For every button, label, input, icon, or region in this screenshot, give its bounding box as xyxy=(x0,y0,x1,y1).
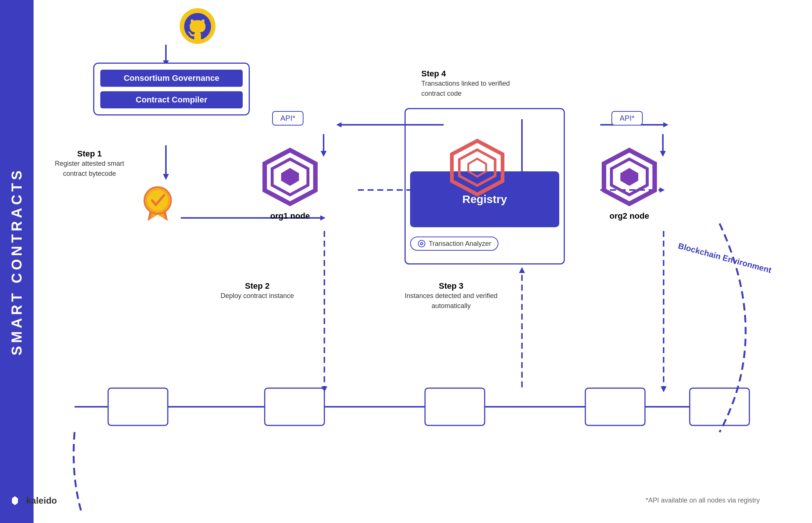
org1-label: org1 node xyxy=(256,211,324,221)
svg-rect-29 xyxy=(585,388,645,425)
svg-marker-9 xyxy=(336,122,342,127)
tx-analyzer-label: Transaction Analyzer xyxy=(429,240,491,248)
org2-node: org2 node xyxy=(596,147,663,221)
svg-marker-20 xyxy=(321,386,327,392)
blockchain-env-label: Blockchain Environment xyxy=(677,241,772,275)
footer-note: *API available on all nodes via registry xyxy=(646,497,760,504)
svg-marker-50 xyxy=(620,168,638,186)
kaleido-logo: kaleido xyxy=(7,493,57,508)
api-box-org2: API* xyxy=(611,111,643,126)
step2-label: Step 2 Deploy contract instance xyxy=(213,281,302,301)
step1-label: Step 1 Register attested smart contract … xyxy=(48,149,130,179)
consortium-box: Consortium Governance Contract Compiler xyxy=(93,63,250,115)
badge-icon xyxy=(137,182,178,223)
step1-title: Step 1 xyxy=(48,149,130,159)
contract-compiler-btn: Contract Compiler xyxy=(100,91,243,108)
sidebar-title: SMART CONTRACTS xyxy=(9,168,25,355)
step4-title: Step 4 xyxy=(421,69,526,79)
tx-analyzer-icon xyxy=(418,240,426,248)
step2-desc: Deploy contract instance xyxy=(213,291,302,301)
org2-label: org2 node xyxy=(596,211,663,221)
svg-marker-3 xyxy=(163,174,169,180)
step3-desc: Instances detected and verified automati… xyxy=(403,291,500,311)
svg-marker-46 xyxy=(459,150,495,186)
svg-rect-26 xyxy=(108,388,168,425)
svg-marker-24 xyxy=(661,386,667,392)
svg-point-44 xyxy=(421,243,423,245)
svg-marker-11 xyxy=(663,122,668,127)
kaleido-text: kaleido xyxy=(26,495,57,506)
svg-rect-27 xyxy=(265,388,324,425)
consortium-title: Consortium Governance xyxy=(100,70,243,87)
tx-analyzer: Transaction Analyzer xyxy=(410,237,498,251)
sidebar: SMART CONTRACTS xyxy=(0,0,34,523)
org1-node: org1 node xyxy=(256,147,324,221)
step4-desc: Transactions linked to verified contract… xyxy=(421,79,526,99)
step2-title: Step 2 xyxy=(213,281,302,291)
svg-point-43 xyxy=(418,240,425,247)
svg-rect-28 xyxy=(425,388,485,425)
step1-desc: Register attested smart contract bytecod… xyxy=(48,159,130,179)
svg-marker-47 xyxy=(468,159,486,177)
kaleido-icon xyxy=(7,493,22,508)
github-icon xyxy=(179,7,216,45)
svg-rect-30 xyxy=(690,388,749,425)
step3-title: Step 3 xyxy=(403,281,500,291)
registry-hex-icon xyxy=(447,138,507,199)
step3-label: Step 3 Instances detected and verified a… xyxy=(403,281,500,311)
step4-label: Step 4 Transactions linked to verified c… xyxy=(421,69,526,99)
svg-point-39 xyxy=(147,190,168,211)
svg-marker-22 xyxy=(519,267,525,273)
svg-marker-42 xyxy=(281,168,299,186)
api-box-org1: API* xyxy=(272,111,303,126)
